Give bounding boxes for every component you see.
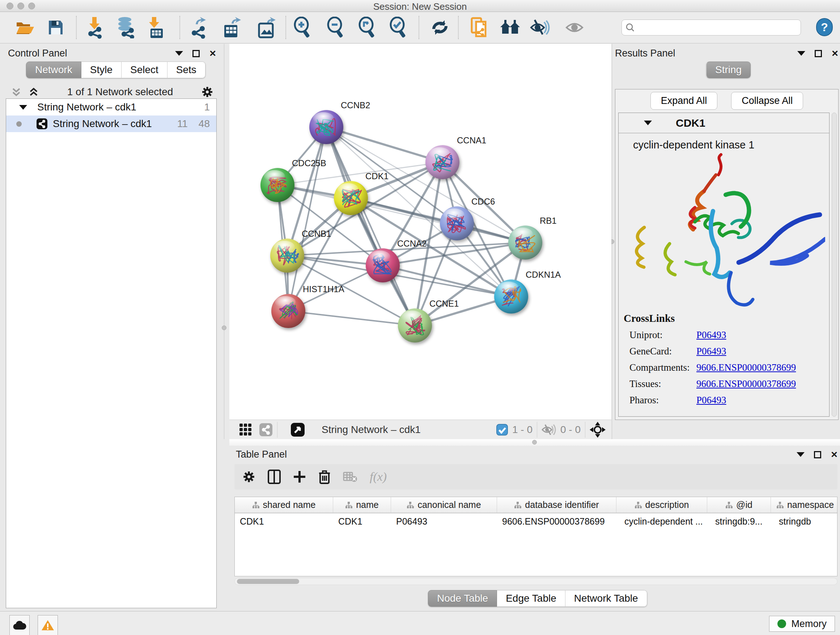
network-options-gear-icon[interactable] xyxy=(201,86,213,98)
memory-button[interactable]: Memory xyxy=(769,616,835,632)
network-canvas[interactable]: CCNB2CCNA1CDC25BCDK1CDC6RB1CCNB1CCNA2CDK… xyxy=(229,44,611,420)
edge-CCNB2-HIST1H1A[interactable] xyxy=(288,127,326,311)
selected-checkbox-icon[interactable] xyxy=(496,424,508,435)
select-columns-icon[interactable] xyxy=(268,470,281,484)
control-panel-menu-icon[interactable] xyxy=(175,51,183,56)
column-header-namespace[interactable]: namespace xyxy=(771,497,837,513)
tab-node-table[interactable]: Node Table xyxy=(428,590,497,607)
table-cell[interactable]: P06493 xyxy=(391,516,497,527)
open-session-icon[interactable] xyxy=(14,15,36,40)
collapse-all-button[interactable]: Collapse All xyxy=(731,92,803,110)
table-cell[interactable]: CDK1 xyxy=(235,516,333,527)
table-scrollbar-thumb[interactable] xyxy=(237,579,299,584)
delete-column-icon[interactable] xyxy=(318,470,331,484)
tab-sets[interactable]: Sets xyxy=(167,62,205,78)
column-header-databaseidentifier[interactable]: database identifier xyxy=(497,497,616,513)
horizontal-splitter-handle[interactable] xyxy=(532,440,537,445)
tab-select[interactable]: Select xyxy=(122,62,167,78)
save-session-icon[interactable] xyxy=(44,15,67,40)
create-column-icon[interactable] xyxy=(293,470,306,483)
help-icon[interactable]: ? xyxy=(816,18,833,36)
export-image-icon[interactable] xyxy=(255,15,278,40)
tab-network-table[interactable]: Network Table xyxy=(565,590,647,607)
table-panel-float-icon[interactable] xyxy=(814,451,821,458)
results-vertical-scrollbar[interactable] xyxy=(832,112,837,417)
edge-CCNB2-CCNE1[interactable] xyxy=(326,127,415,325)
tab-string[interactable]: String xyxy=(706,62,751,78)
show-all-icon[interactable] xyxy=(564,15,586,40)
column-header-canonicalname[interactable]: canonical name xyxy=(391,497,497,513)
network-collection-row[interactable]: String Network – cdk1 1 xyxy=(6,99,216,116)
expand-all-tree-icon[interactable] xyxy=(11,87,22,97)
copy-style-icon[interactable] xyxy=(469,15,491,40)
crosslink-link[interactable]: 9606.ENSP00000378699 xyxy=(696,378,796,390)
table-panel-close-icon[interactable]: ✕ xyxy=(831,451,838,458)
detach-view-icon[interactable] xyxy=(291,423,305,437)
column-header-description[interactable]: description xyxy=(616,497,707,513)
control-panel-close-icon[interactable]: ✕ xyxy=(209,50,216,57)
node-CCNB1[interactable] xyxy=(270,239,304,272)
table-panel-menu-icon[interactable] xyxy=(797,452,805,457)
crosslink-link[interactable]: P06493 xyxy=(696,346,726,357)
birds-eye-view-icon[interactable] xyxy=(590,422,606,438)
warnings-button[interactable] xyxy=(38,615,58,635)
node-CCNB2[interactable] xyxy=(309,110,343,144)
collapse-all-tree-icon[interactable] xyxy=(28,87,39,97)
crosslink-link[interactable]: 9606.ENSP00000378699 xyxy=(696,362,796,373)
network-view-icon[interactable] xyxy=(259,423,273,437)
table-horizontal-scrollbar[interactable] xyxy=(234,578,837,585)
crosslink-link[interactable]: P06493 xyxy=(696,394,726,406)
node-CCNA2[interactable] xyxy=(366,249,400,282)
gene-expander-icon[interactable] xyxy=(644,120,652,125)
import-table-file-icon[interactable] xyxy=(144,15,166,40)
column-header-sharedname[interactable]: shared name xyxy=(235,497,333,513)
node-HIST1H1A[interactable] xyxy=(271,294,305,328)
first-neighbors-icon[interactable] xyxy=(499,15,521,40)
table-cell[interactable]: CDK1 xyxy=(333,516,391,527)
hidden-eye-icon[interactable] xyxy=(542,424,556,436)
control-panel-float-icon[interactable] xyxy=(193,50,200,57)
hide-selected-icon[interactable] xyxy=(529,15,551,40)
import-network-file-icon[interactable] xyxy=(83,15,106,40)
column-header-id[interactable]: @id xyxy=(707,497,771,513)
tab-style[interactable]: Style xyxy=(81,62,122,78)
edge-HIST1H1A-CCNE1[interactable] xyxy=(288,311,415,325)
collection-expander-icon[interactable] xyxy=(19,105,27,110)
grid-view-icon[interactable] xyxy=(239,423,253,437)
zoom-fit-icon[interactable] xyxy=(356,15,378,40)
crosslink-label: GeneCard: xyxy=(630,346,696,357)
import-network-database-icon[interactable] xyxy=(115,15,137,40)
network-row[interactable]: String Network – cdk1 11 48 xyxy=(6,116,216,132)
expand-all-button[interactable]: Expand All xyxy=(651,92,718,110)
zoom-out-icon[interactable] xyxy=(325,15,347,40)
results-panel-menu-icon[interactable] xyxy=(797,51,805,56)
edge-CCNB2-CCNA1[interactable] xyxy=(326,127,442,162)
node-CDC25B[interactable] xyxy=(261,168,294,202)
cloud-status-button[interactable] xyxy=(9,615,30,635)
table-cell[interactable]: stringdb xyxy=(771,516,837,527)
crosslink-link[interactable]: P06493 xyxy=(696,329,726,340)
tab-network[interactable]: Network xyxy=(26,62,81,78)
export-network-icon[interactable] xyxy=(188,15,211,40)
node-CDK1[interactable] xyxy=(334,181,368,215)
table-cell[interactable]: stringdb:9... xyxy=(707,516,771,527)
column-header-name[interactable]: name xyxy=(333,497,391,513)
results-panel-close-icon[interactable]: ✕ xyxy=(831,50,838,57)
search-input[interactable] xyxy=(635,22,790,33)
table-cell[interactable]: 9606.ENSP00000378699 xyxy=(497,516,616,527)
table-cell[interactable]: cyclin-dependent ... xyxy=(616,516,707,527)
node-CDKN1A[interactable] xyxy=(494,279,528,314)
node-CCNE1[interactable] xyxy=(398,309,432,342)
left-splitter[interactable] xyxy=(224,44,224,439)
node-CDC6[interactable] xyxy=(440,206,474,241)
refresh-icon[interactable] xyxy=(429,15,451,40)
zoom-selected-icon[interactable] xyxy=(387,15,409,40)
left-splitter-handle[interactable] xyxy=(222,325,226,330)
zoom-in-icon[interactable] xyxy=(291,15,314,40)
export-table-icon[interactable] xyxy=(221,15,243,40)
table-options-gear-icon[interactable] xyxy=(242,470,256,483)
node-CCNA1[interactable] xyxy=(425,145,459,179)
node-RB1[interactable] xyxy=(508,226,542,260)
results-panel-float-icon[interactable] xyxy=(815,50,822,57)
tab-edge-table[interactable]: Edge Table xyxy=(497,590,565,607)
